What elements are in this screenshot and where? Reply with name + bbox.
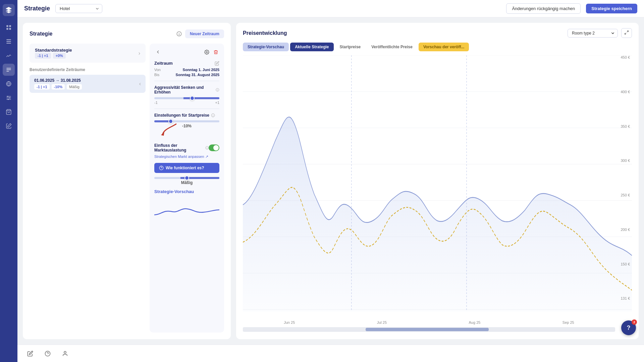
help-float-button[interactable]: ? 2	[621, 320, 636, 335]
tab-strategie-vorschau[interactable]: Strategie-Vorschau	[243, 43, 289, 51]
aggressivitat-header: Aggressivität Senken und Erhöhen	[154, 85, 219, 95]
tab-veroeffentlichte-preise[interactable]: Veröffentlichte Preise	[367, 43, 417, 51]
svg-point-9	[9, 98, 10, 99]
y-label-350: 350 €	[621, 124, 630, 128]
period-collapse-icon[interactable]: ‹	[139, 81, 141, 87]
undo-button[interactable]: Änderungen rückgängig machen	[506, 3, 581, 14]
strategischen-link[interactable]: Strategischen Markt anpassen ↗	[154, 155, 208, 159]
sidebar-item-chart[interactable]	[3, 50, 15, 62]
y-label-200: 200 €	[621, 228, 630, 232]
help-badge: 2	[632, 319, 637, 325]
chart-scrollbar[interactable]	[243, 327, 615, 332]
sidebar-item-settings2[interactable]	[3, 92, 15, 104]
tag-minus1: -1 | +1	[35, 53, 51, 59]
right-panel: Preisentwicklung Room type 2 Room type 1…	[236, 23, 639, 339]
hotel-select-wrapper[interactable]: Hotel Hotel A Hotel B	[55, 4, 102, 13]
tag-pct: +0%	[53, 53, 66, 59]
save-button[interactable]: Strategie speichern	[586, 4, 637, 13]
bottom-user-icon[interactable]	[59, 348, 71, 360]
custom-periods-label: Benutzerdefinierte Zeiträume	[30, 67, 146, 72]
von-label: Von	[154, 68, 161, 72]
cursor-annotation	[154, 132, 219, 142]
standardstrategie-left: Standardstrategie -1 | +1 +0%	[35, 48, 72, 59]
bis-label: Bis	[154, 73, 159, 77]
maessig-label: Mäßig	[154, 180, 219, 185]
how-it-works-button[interactable]: Wie funktioniert es?	[154, 163, 219, 173]
tab-aktuelle-strategie[interactable]: Aktuelle Strategie	[290, 43, 333, 51]
startpreise-slider[interactable]	[154, 120, 219, 122]
new-period-button[interactable]: Neuer Zeitraum	[185, 29, 224, 38]
aggressivitat-slider[interactable]	[154, 97, 219, 99]
svg-marker-22	[161, 132, 164, 136]
sidebar-item-dashboard[interactable]	[3, 21, 15, 34]
strategie-vorschau-link[interactable]: Strategie-Vorschau	[154, 189, 219, 194]
sidebar	[0, 0, 17, 362]
custom-periods-section: Benutzerdefinierte Zeiträume 01.06.2025 …	[30, 67, 146, 93]
svg-point-21	[213, 116, 213, 116]
einfluss-toggle[interactable]	[209, 144, 219, 151]
standardstrategie-block[interactable]: Standardstrategie -1 | +1 +0%	[30, 44, 146, 63]
svg-rect-4	[6, 39, 11, 40]
svg-point-15	[206, 51, 208, 53]
svg-rect-1	[9, 25, 11, 27]
room-type-select[interactable]: Room type 2 Room type 1 Room type 3	[568, 29, 618, 38]
period-tag-pct: -10%	[52, 84, 65, 89]
sidebar-item-map[interactable]	[3, 78, 15, 90]
left-main: Standardstrategie -1 | +1 +0%	[30, 44, 146, 333]
bis-row: Bis Sonntag 31. August 2025	[154, 73, 219, 77]
app-title: Strategie	[24, 5, 50, 12]
detail-panel-container: Zeitraum Von Sonntag 1. Juni 2025 Bis So…	[150, 44, 224, 333]
y-label-131: 131 €	[621, 296, 630, 300]
einfluss-info-icon	[205, 146, 209, 150]
delete-button[interactable]	[212, 49, 219, 57]
sidebar-item-help[interactable]	[3, 120, 15, 132]
period-dates: 01.06.2025 → 31.08.2025	[34, 78, 82, 83]
standardstrategie-tags: -1 | +1 +0%	[35, 53, 72, 59]
period-tag-minus1: -1 | +1	[34, 84, 50, 89]
svg-point-8	[7, 96, 8, 97]
chart-scrollbar-thumb[interactable]	[366, 328, 488, 331]
price-chart-svg	[243, 55, 632, 312]
svg-rect-6	[6, 43, 11, 44]
einfluss-label: Einfluss der Marktauslastung	[154, 143, 209, 153]
bis-value: Sonntag 31. August 2025	[176, 73, 219, 77]
sidebar-item-strategy[interactable]	[3, 64, 15, 76]
tab-startpreise[interactable]: Startpreise	[335, 43, 366, 51]
right-panel-controls: Room type 2 Room type 1 Room type 3	[568, 28, 632, 38]
left-panel-title: Strategie	[30, 31, 52, 37]
room-type-select-wrapper[interactable]: Room type 2 Room type 1 Room type 3	[568, 29, 618, 38]
x-label-jun: Jun 25	[284, 320, 295, 324]
left-panel: Strategie Neuer Zeitraum Standardstrateg…	[23, 23, 231, 339]
bottom-help-icon[interactable]	[42, 348, 54, 360]
content-area: Strategie Neuer Zeitraum Standardstrateg…	[17, 17, 644, 345]
maessig-slider[interactable]	[154, 177, 219, 179]
svg-point-14	[179, 35, 179, 35]
period-item[interactable]: 01.06.2025 → 31.08.2025 -1 | +1 -10% Mäß…	[30, 75, 146, 93]
standardstrategie-chevron[interactable]: ›	[139, 50, 140, 56]
startpreise-info-icon	[211, 113, 215, 117]
back-button[interactable]	[154, 48, 162, 57]
topbar: Strategie Hotel Hotel A Hotel B Änderung…	[17, 0, 644, 17]
expand-button[interactable]	[621, 28, 632, 38]
period-tags: -1 | +1 -10% Mäßig	[34, 84, 82, 89]
detail-actions	[203, 49, 219, 57]
period-info: 01.06.2025 → 31.08.2025 -1 | +1 -10% Mäß…	[34, 78, 82, 89]
hotel-select[interactable]: Hotel Hotel A Hotel B	[55, 4, 102, 13]
sidebar-item-cart[interactable]	[3, 106, 15, 118]
svg-rect-0	[6, 25, 8, 27]
bottom-edit-icon[interactable]	[24, 348, 36, 360]
von-row: Von Sonntag 1. Juni 2025	[154, 68, 219, 72]
tab-vorschau-veröff[interactable]: Vorschau der veröff...	[419, 43, 469, 51]
aggressivitat-section: Aggressivität Senken und Erhöhen -1	[154, 85, 219, 105]
zeitraum-edit-icon[interactable]	[215, 61, 219, 66]
sidebar-item-analytics[interactable]	[3, 36, 15, 48]
y-label-300: 300 €	[621, 159, 630, 163]
settings-button[interactable]	[203, 49, 210, 57]
mini-chart	[154, 198, 219, 222]
y-axis-labels: 450 € 400 € 350 € 300 € 250 € 200 € 150 …	[621, 55, 630, 300]
help-btn-container: ? 2	[621, 320, 636, 335]
detail-header	[154, 48, 219, 57]
main-area: Strategie Hotel Hotel A Hotel B Änderung…	[17, 0, 644, 362]
x-label-sep: Sep 25	[562, 320, 574, 324]
right-panel-header: Preisentwicklung Room type 2 Room type 1…	[243, 28, 632, 38]
